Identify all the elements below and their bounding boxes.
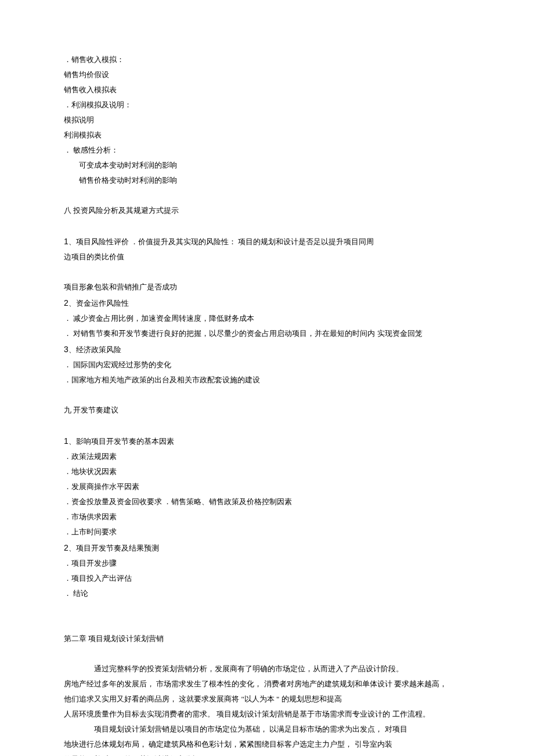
text-line: 3、经济政策风险 [64, 341, 470, 357]
list-number: 1 [64, 436, 68, 446]
section-heading: 九 开发节奏建议 [64, 403, 470, 418]
text-line: ． 结论 [64, 586, 470, 601]
text-line: ． 敏感性分析： [64, 143, 470, 158]
text-line: 1、项目风险性评价 ．价值提升及其实现的风险性： 项目的规划和设计是否足以提升项… [64, 233, 470, 249]
text-line: 利润模拟表 [64, 128, 470, 143]
text-line: ．项目开发步骤 [64, 556, 470, 571]
text-content: 、经济政策风险 [68, 345, 121, 354]
text-line: ．销售收入模拟： [64, 52, 470, 67]
text-line: ．市场供求因素 [64, 509, 470, 525]
text-line: ．资金投放量及资金回收要求 ．销售策略、销售政策及价格控制因素 [64, 494, 470, 509]
chapter-heading: 第二章 项目规划设计策划营销 [64, 631, 470, 646]
text-content: 、资金运作风险性 [68, 299, 129, 308]
paragraph-line: 项目规划设计策划营销是以项目的市场定位为基础， 以满足目标市场的需求为出发点， … [64, 722, 470, 737]
section-heading: 八 投资风险分析及其规避方式提示 [64, 203, 470, 218]
text-content: 、项目风险性评价 ．价值提升及其实现的风险性： 项目的规划和设计是否足以提升项目… [68, 237, 374, 246]
text-line: ． 减少资金占用比例，加速资金周转速度，降低财务成本 [64, 311, 470, 326]
text-line: 2、项目开发节奏及结果预测 [64, 540, 470, 556]
text-content: 、影响项目开发节奏的基本因素 [68, 437, 174, 446]
list-number: 1 [64, 237, 68, 246]
paragraph-line: 通过完整科学的投资策划营销分析，发展商有了明确的市场定位，从而进入了产品设计阶段… [64, 661, 470, 677]
text-line: 边项目的类比价值 [64, 249, 470, 265]
paragraph-line: 他们追求又实用又好看的商品房， 这就要求发展商将 "以人为本 " 的规划思想和提… [64, 692, 470, 707]
text-line: ． 国际国内宏观经过形势的变化 [64, 357, 470, 372]
text-line: ．政策法规因素 [64, 449, 470, 464]
text-line: ．项目投入产出评估 [64, 571, 470, 586]
text-line: 销售收入模拟表 [64, 82, 470, 97]
list-number: 2 [64, 298, 68, 308]
text-content: 、项目开发节奏及结果预测 [68, 544, 159, 552]
text-line: 项目形象包装和营销推广是否成功 [64, 280, 470, 295]
text-line: 销售价格变动时对利润的影响 [64, 173, 470, 188]
list-number: 3 [64, 345, 68, 354]
text-line: ．发展商操作水平因素 [64, 479, 470, 494]
list-number: 2 [64, 543, 68, 552]
paragraph-line: 房地产经过多年的发展后， 市场需求发生了根本性的变化， 消费者对房地产的建筑规划… [64, 677, 470, 692]
text-line: ．国家地方相关地产政策的出台及相关市政配套设施的建设 [64, 372, 470, 388]
text-line: 销售均价假设 [64, 67, 470, 82]
text-line: ．地块状况因素 [64, 464, 470, 479]
text-line: 模拟说明 [64, 113, 470, 128]
text-line: 2、资金运作风险性 [64, 295, 470, 311]
text-line: 1、影响项目开发节奏的基本因素 [64, 433, 470, 449]
text-line: ．上市时间要求 [64, 525, 470, 540]
paragraph-line: 修风格，并对项目的环艺设计进行充分提示。 [64, 752, 470, 756]
text-line: 可变成本变动时对利润的影响 [64, 158, 470, 173]
paragraph-line: 人居环境质量作为目标去实现消费者的需求。 项目规划设计策划营销是基于市场需求而专… [64, 707, 470, 722]
paragraph-line: 地块进行总体规划布局， 确定建筑风格和色彩计划，紧紧围绕目标客户选定主力户型， … [64, 737, 470, 752]
text-line: ． 对销售节奏和开发节奏进行良好的把握，以尽量少的资金占用启动项目，并在最短的时… [64, 326, 470, 341]
text-line: ．利润模拟及说明： [64, 97, 470, 113]
